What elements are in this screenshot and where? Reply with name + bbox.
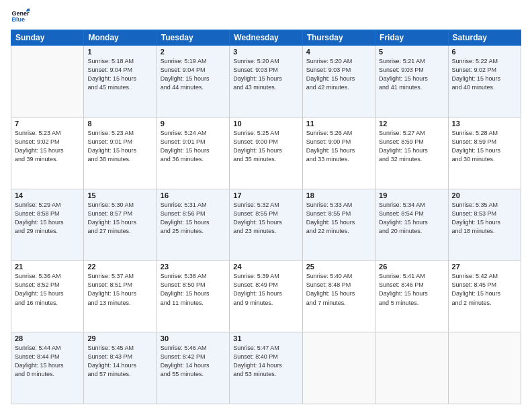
day-info: Sunrise: 5:32 AM Sunset: 8:55 PM Dayligh… bbox=[233, 201, 298, 236]
day-info: Sunrise: 5:22 AM Sunset: 9:02 PM Dayligh… bbox=[452, 57, 517, 92]
day-number: 30 bbox=[161, 334, 226, 342]
page-header: General Blue bbox=[11, 7, 521, 26]
day-info: Sunrise: 5:20 AM Sunset: 9:03 PM Dayligh… bbox=[306, 57, 371, 92]
day-info: Sunrise: 5:24 AM Sunset: 9:01 PM Dayligh… bbox=[161, 129, 226, 164]
day-number: 5 bbox=[379, 48, 444, 56]
day-number: 16 bbox=[161, 191, 226, 199]
calendar-cell: 12Sunrise: 5:27 AM Sunset: 8:59 PM Dayli… bbox=[375, 117, 448, 189]
calendar-cell: 20Sunrise: 5:35 AM Sunset: 8:53 PM Dayli… bbox=[448, 189, 521, 261]
day-info: Sunrise: 5:34 AM Sunset: 8:54 PM Dayligh… bbox=[379, 201, 444, 236]
day-number: 4 bbox=[306, 48, 371, 56]
day-number: 13 bbox=[452, 120, 517, 128]
calendar-header-row: SundayMondayTuesdayWednesdayThursdayFrid… bbox=[11, 30, 521, 46]
calendar-cell: 25Sunrise: 5:40 AM Sunset: 8:48 PM Dayli… bbox=[302, 261, 375, 332]
calendar-cell bbox=[448, 332, 521, 404]
calendar-cell: 8Sunrise: 5:23 AM Sunset: 9:01 PM Daylig… bbox=[84, 117, 157, 189]
calendar-cell: 13Sunrise: 5:28 AM Sunset: 8:59 PM Dayli… bbox=[448, 117, 521, 189]
weekday-header-friday: Friday bbox=[375, 30, 448, 46]
day-number: 8 bbox=[87, 120, 152, 128]
day-number: 18 bbox=[306, 191, 371, 199]
weekday-header-monday: Monday bbox=[84, 30, 157, 46]
day-info: Sunrise: 5:39 AM Sunset: 8:49 PM Dayligh… bbox=[233, 272, 298, 307]
day-info: Sunrise: 5:47 AM Sunset: 8:40 PM Dayligh… bbox=[233, 344, 298, 379]
calendar-cell: 18Sunrise: 5:33 AM Sunset: 8:55 PM Dayli… bbox=[302, 189, 375, 261]
calendar-cell: 2Sunrise: 5:19 AM Sunset: 9:04 PM Daylig… bbox=[157, 46, 229, 118]
calendar-table: SundayMondayTuesdayWednesdayThursdayFrid… bbox=[11, 30, 521, 404]
calendar-cell: 7Sunrise: 5:23 AM Sunset: 9:02 PM Daylig… bbox=[11, 117, 84, 189]
calendar-cell bbox=[375, 332, 448, 404]
day-info: Sunrise: 5:38 AM Sunset: 8:50 PM Dayligh… bbox=[161, 272, 226, 307]
calendar-cell: 29Sunrise: 5:45 AM Sunset: 8:43 PM Dayli… bbox=[84, 332, 157, 404]
day-info: Sunrise: 5:27 AM Sunset: 8:59 PM Dayligh… bbox=[379, 129, 444, 164]
day-number: 24 bbox=[233, 263, 298, 271]
day-number: 29 bbox=[87, 334, 152, 342]
day-info: Sunrise: 5:33 AM Sunset: 8:55 PM Dayligh… bbox=[306, 201, 371, 236]
calendar-cell: 14Sunrise: 5:29 AM Sunset: 8:58 PM Dayli… bbox=[11, 189, 84, 261]
calendar-cell: 19Sunrise: 5:34 AM Sunset: 8:54 PM Dayli… bbox=[375, 189, 448, 261]
calendar-cell: 1Sunrise: 5:18 AM Sunset: 9:04 PM Daylig… bbox=[84, 46, 157, 118]
calendar-cell: 6Sunrise: 5:22 AM Sunset: 9:02 PM Daylig… bbox=[448, 46, 521, 118]
day-info: Sunrise: 5:23 AM Sunset: 9:02 PM Dayligh… bbox=[15, 129, 80, 164]
day-info: Sunrise: 5:21 AM Sunset: 9:03 PM Dayligh… bbox=[379, 57, 444, 92]
calendar-cell: 27Sunrise: 5:42 AM Sunset: 8:45 PM Dayli… bbox=[448, 261, 521, 332]
day-number: 2 bbox=[161, 48, 226, 56]
day-info: Sunrise: 5:19 AM Sunset: 9:04 PM Dayligh… bbox=[161, 57, 226, 92]
calendar-cell: 21Sunrise: 5:36 AM Sunset: 8:52 PM Dayli… bbox=[11, 261, 84, 332]
logo: General Blue bbox=[11, 7, 30, 26]
day-info: Sunrise: 5:26 AM Sunset: 9:00 PM Dayligh… bbox=[306, 129, 371, 164]
day-number: 27 bbox=[452, 263, 517, 271]
day-number: 19 bbox=[379, 191, 444, 199]
day-number: 11 bbox=[306, 120, 371, 128]
day-number: 15 bbox=[87, 191, 152, 199]
weekday-header-tuesday: Tuesday bbox=[157, 30, 229, 46]
day-info: Sunrise: 5:25 AM Sunset: 9:00 PM Dayligh… bbox=[233, 129, 298, 164]
calendar-cell bbox=[302, 332, 375, 404]
day-info: Sunrise: 5:28 AM Sunset: 8:59 PM Dayligh… bbox=[452, 129, 517, 164]
day-number: 23 bbox=[161, 263, 226, 271]
day-info: Sunrise: 5:46 AM Sunset: 8:42 PM Dayligh… bbox=[161, 344, 226, 379]
calendar-cell: 22Sunrise: 5:37 AM Sunset: 8:51 PM Dayli… bbox=[84, 261, 157, 332]
day-number: 10 bbox=[233, 120, 298, 128]
day-number: 1 bbox=[87, 48, 152, 56]
calendar-week-3: 14Sunrise: 5:29 AM Sunset: 8:58 PM Dayli… bbox=[11, 189, 521, 261]
calendar-week-5: 28Sunrise: 5:44 AM Sunset: 8:44 PM Dayli… bbox=[11, 332, 521, 404]
weekday-header-sunday: Sunday bbox=[11, 30, 84, 46]
calendar-cell: 5Sunrise: 5:21 AM Sunset: 9:03 PM Daylig… bbox=[375, 46, 448, 118]
calendar-cell: 17Sunrise: 5:32 AM Sunset: 8:55 PM Dayli… bbox=[230, 189, 302, 261]
calendar-cell: 31Sunrise: 5:47 AM Sunset: 8:40 PM Dayli… bbox=[230, 332, 302, 404]
day-info: Sunrise: 5:29 AM Sunset: 8:58 PM Dayligh… bbox=[15, 201, 80, 236]
day-info: Sunrise: 5:45 AM Sunset: 8:43 PM Dayligh… bbox=[87, 344, 152, 379]
calendar-cell: 11Sunrise: 5:26 AM Sunset: 9:00 PM Dayli… bbox=[302, 117, 375, 189]
day-info: Sunrise: 5:41 AM Sunset: 8:46 PM Dayligh… bbox=[379, 272, 444, 307]
day-info: Sunrise: 5:35 AM Sunset: 8:53 PM Dayligh… bbox=[452, 201, 517, 236]
calendar-cell: 30Sunrise: 5:46 AM Sunset: 8:42 PM Dayli… bbox=[157, 332, 229, 404]
day-info: Sunrise: 5:18 AM Sunset: 9:04 PM Dayligh… bbox=[87, 57, 152, 92]
calendar-cell: 15Sunrise: 5:30 AM Sunset: 8:57 PM Dayli… bbox=[84, 189, 157, 261]
calendar-cell: 26Sunrise: 5:41 AM Sunset: 8:46 PM Dayli… bbox=[375, 261, 448, 332]
day-number: 6 bbox=[452, 48, 517, 56]
day-info: Sunrise: 5:44 AM Sunset: 8:44 PM Dayligh… bbox=[15, 344, 80, 379]
day-number: 20 bbox=[452, 191, 517, 199]
weekday-header-thursday: Thursday bbox=[302, 30, 375, 46]
calendar-cell: 24Sunrise: 5:39 AM Sunset: 8:49 PM Dayli… bbox=[230, 261, 302, 332]
day-number: 28 bbox=[15, 334, 80, 342]
calendar-cell bbox=[11, 46, 84, 118]
day-number: 26 bbox=[379, 263, 444, 271]
day-info: Sunrise: 5:23 AM Sunset: 9:01 PM Dayligh… bbox=[87, 129, 152, 164]
day-number: 3 bbox=[233, 48, 298, 56]
calendar-cell: 9Sunrise: 5:24 AM Sunset: 9:01 PM Daylig… bbox=[157, 117, 229, 189]
day-number: 31 bbox=[233, 334, 298, 342]
day-info: Sunrise: 5:42 AM Sunset: 8:45 PM Dayligh… bbox=[452, 272, 517, 307]
calendar-cell: 3Sunrise: 5:20 AM Sunset: 9:03 PM Daylig… bbox=[230, 46, 302, 118]
calendar-week-1: 1Sunrise: 5:18 AM Sunset: 9:04 PM Daylig… bbox=[11, 46, 521, 118]
calendar-cell: 10Sunrise: 5:25 AM Sunset: 9:00 PM Dayli… bbox=[230, 117, 302, 189]
day-number: 7 bbox=[15, 120, 80, 128]
svg-text:Blue: Blue bbox=[11, 16, 25, 23]
day-number: 25 bbox=[306, 263, 371, 271]
calendar-cell: 23Sunrise: 5:38 AM Sunset: 8:50 PM Dayli… bbox=[157, 261, 229, 332]
day-info: Sunrise: 5:31 AM Sunset: 8:56 PM Dayligh… bbox=[161, 201, 226, 236]
calendar-week-2: 7Sunrise: 5:23 AM Sunset: 9:02 PM Daylig… bbox=[11, 117, 521, 189]
day-info: Sunrise: 5:20 AM Sunset: 9:03 PM Dayligh… bbox=[233, 57, 298, 92]
day-number: 22 bbox=[87, 263, 152, 271]
weekday-header-saturday: Saturday bbox=[448, 30, 521, 46]
